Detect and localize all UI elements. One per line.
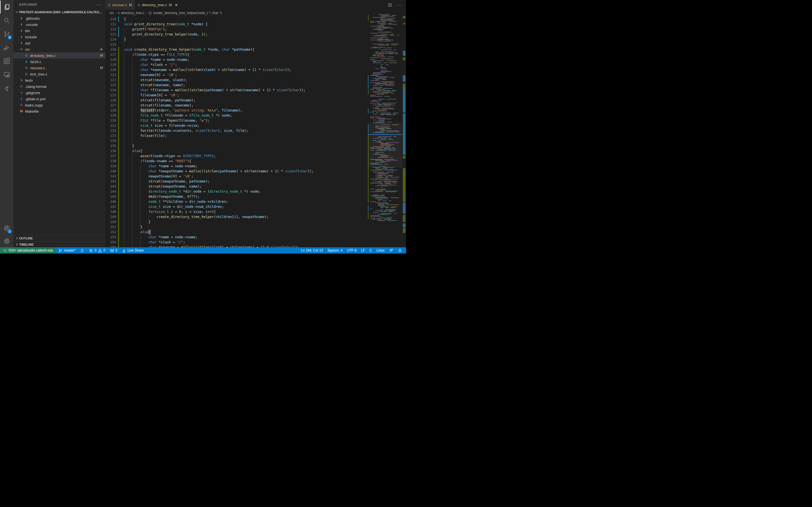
code-line-145[interactable]: 145 mkdir(newpathname, 0777); (105, 194, 368, 199)
editor-more-actions-icon[interactable]: ··· (396, 4, 402, 6)
code-line-136[interactable]: 136 else{ (105, 149, 368, 154)
code-line-115[interactable]: 115 (105, 42, 368, 47)
code-line-124[interactable]: 124 char *filename = malloc((strlen(path… (105, 88, 368, 93)
code-editor[interactable]: 110}111void print_directory_tree(node_t … (105, 16, 368, 247)
statusbar-problems[interactable]: 00 (87, 247, 107, 253)
section-outline[interactable]: OUTLINE (13, 235, 105, 241)
activity-accounts[interactable]: 1 (0, 222, 13, 235)
tab-directory_tree.c[interactable]: Cdirectory_tree.cM✕ (135, 0, 182, 10)
activity-remote-explorer[interactable] (0, 68, 13, 81)
tree-folder-tests[interactable]: tests (13, 77, 105, 83)
code-line-123[interactable]: 123 strcat(newname, name); (105, 82, 368, 88)
code-line-155[interactable]: 155 char *newname = malloc((strlen(slash… (105, 245, 368, 247)
code-line-144[interactable]: 144 directory_node_t *dir_node = (direct… (105, 189, 368, 194)
code-line-153[interactable]: 153 char *name = node->name; (105, 235, 368, 240)
overview-ruler[interactable] (402, 16, 406, 247)
code-line-112[interactable]: 112 printf("ROOT\n"); (105, 27, 368, 32)
code-line-154[interactable]: 154 char *slash = "/"; (105, 240, 368, 245)
code-line-127[interactable]: 127 strcat(filename, newname); (105, 103, 368, 108)
tree-file-recover.c[interactable]: Crecover.cM (13, 65, 105, 71)
tree-file-directory_tree.c[interactable]: Cdirectory_tree.cM (13, 52, 105, 59)
code-line-120[interactable]: 120 char *newname = malloc((strlen(slash… (105, 67, 368, 72)
tree-file-leaks.supp[interactable]: leaks.supp (13, 102, 105, 108)
code-line-133[interactable]: 133 fclose(file); (105, 133, 368, 138)
activity-settings[interactable] (0, 235, 13, 247)
code-line-122[interactable]: 122 strcat(newname, slash); (105, 77, 368, 82)
tree-file-test_tree.c[interactable]: Ctest_tree.c (13, 71, 105, 77)
code-line-132[interactable]: 132 fwrite(filenode->contents, sizeof(ch… (105, 128, 368, 133)
code-line-119[interactable]: 119 char *slash = "/"; (105, 62, 368, 67)
code-line-126[interactable]: 126 strcat(filename, pathname); (105, 98, 368, 103)
code-line-129[interactable]: 129 file_node_t *filenode = (file_node_t… (105, 113, 368, 118)
code-line-130[interactable]: 130 FILE *file = fopen(filename, "w"); (105, 118, 368, 123)
code-line-117[interactable]: 117 if(node->type == FILE_TYPE){ (105, 52, 368, 57)
tree-folder-.vscode[interactable]: .vscode (13, 21, 105, 27)
code-line-137[interactable]: 137 assert(node->type == DIRECTORY_TYPE)… (105, 154, 368, 159)
split-editor-icon[interactable] (388, 3, 392, 7)
tree-folder-include[interactable]: include (13, 34, 105, 40)
code-line-143[interactable]: 143 strcat(newpathname, name); (105, 184, 368, 189)
code-line-151[interactable]: 151 } (105, 224, 368, 230)
section-timeline[interactable]: TIMELINE (13, 241, 105, 247)
statusbar-live-share[interactable]: Live Share (119, 247, 146, 253)
code-line-131[interactable]: 131 size_t size = filenode->size; (105, 123, 368, 128)
statusbar-broadcast[interactable]: 0 (108, 247, 120, 253)
tree-file-.clang-format[interactable]: .clang-format (13, 83, 105, 90)
tree-file-.gitlab-ci.yml[interactable]: !.gitlab-ci.yml (13, 96, 105, 102)
code-line-110[interactable]: 110} (105, 17, 368, 22)
code-line-118[interactable]: 118 char *name = node->name; (105, 57, 368, 62)
statusbar-feedback[interactable] (387, 247, 396, 253)
code-line-152[interactable]: 152 else{ (105, 230, 368, 235)
statusbar-sync[interactable] (78, 247, 87, 253)
breadcrumb-item[interactable]: Cdirectory_tree.c (118, 11, 144, 15)
tree-folder-.githooks[interactable]: .githooks (13, 15, 105, 21)
code-line-135[interactable]: 135 } (105, 144, 368, 149)
statusbar-remote[interactable]: SSH: labradoodle.caltech.edu (0, 247, 56, 253)
tree-file-Makefile[interactable]: MMakefile (13, 108, 105, 114)
workspace-root-row[interactable]: PRETEST-AGANGAVA [SSH: LABRADOODLE.CALTE… (13, 9, 105, 15)
statusbar-notifications[interactable] (396, 247, 404, 253)
tree-folder-src[interactable]: src (13, 46, 105, 52)
tree-folder-out[interactable]: out (13, 40, 105, 46)
statusbar-indentation[interactable]: Spaces: 4 (325, 247, 345, 253)
statusbar-git-branch[interactable]: master* (56, 247, 78, 253)
code-line-138[interactable]: 138 if(node->name == "ROOT"){ (105, 159, 368, 164)
tab-recover.c[interactable]: Crecover.cM (105, 0, 135, 10)
code-line-146[interactable]: 146 node_t **children = dir_node->childr… (105, 199, 368, 204)
code-line-149[interactable]: 149 create_directory_tree_helper(childre… (105, 214, 368, 219)
statusbar-encoding[interactable]: UTF-8 (345, 247, 359, 253)
breadcrumb-item[interactable]: src (109, 11, 114, 15)
code-line-116[interactable]: 116void create_directory_tree_helper(nod… (105, 47, 368, 52)
minimap[interactable] (368, 10, 402, 247)
activity-explorer[interactable] (0, 1, 13, 13)
code-line-113[interactable]: 113 print_directory_tree_helper(node, 1)… (105, 32, 368, 37)
explorer-more-actions-icon[interactable]: ··· (96, 3, 102, 6)
tree-file-fat16.c[interactable]: Cfat16.c (13, 59, 105, 65)
code-line-114[interactable]: 114} (105, 37, 368, 42)
tree-file-.gitignore[interactable]: .gitignore (13, 90, 105, 96)
breadcrumb-item[interactable]: create_directory_tree_helper(node_t *, c… (148, 11, 222, 15)
code-line-128[interactable]: 128 fprintf(stderr, "pattern string: %s\… (105, 108, 368, 113)
code-line-111[interactable]: 111void print_directory_tree(node_t *nod… (105, 22, 368, 27)
code-line-147[interactable]: 147 size_t size = dir_node->num_children… (105, 204, 368, 209)
code-line-142[interactable]: 142 strcat(newpathname, pathname); (105, 179, 368, 184)
activity-search[interactable] (0, 14, 13, 27)
minimap-viewport[interactable] (368, 122, 402, 167)
statusbar-language-mode[interactable]: C (367, 247, 374, 253)
code-line-150[interactable]: 150 } (105, 219, 368, 224)
code-line-139[interactable]: 139 char *name = node->name; (105, 164, 368, 169)
statusbar-cursor-position[interactable]: Ln 164, Col 13 (299, 247, 325, 253)
code-line-148[interactable]: 148 for(size_t i = 0; i < size; i++){ (105, 209, 368, 214)
code-line-140[interactable]: 140 char *newpathname = malloc((strlen(p… (105, 169, 368, 174)
close-icon[interactable]: ✕ (174, 3, 179, 7)
statusbar-remote-os[interactable]: Linux (374, 247, 387, 253)
code-line-121[interactable]: 121 newname[0] = '\0'; (105, 72, 368, 77)
activity-extensions[interactable] (0, 55, 13, 68)
code-line-134[interactable]: 134 (105, 138, 368, 144)
code-line-141[interactable]: 141 newpathname[0] = '\0'; (105, 174, 368, 179)
activity-live-share[interactable] (0, 82, 13, 95)
activity-run-and-debug[interactable] (0, 41, 13, 54)
statusbar-eol[interactable]: LF (359, 247, 367, 253)
tree-folder-bin[interactable]: bin (13, 27, 105, 34)
code-line-125[interactable]: 125 filename[0] = '\0'; (105, 93, 368, 98)
